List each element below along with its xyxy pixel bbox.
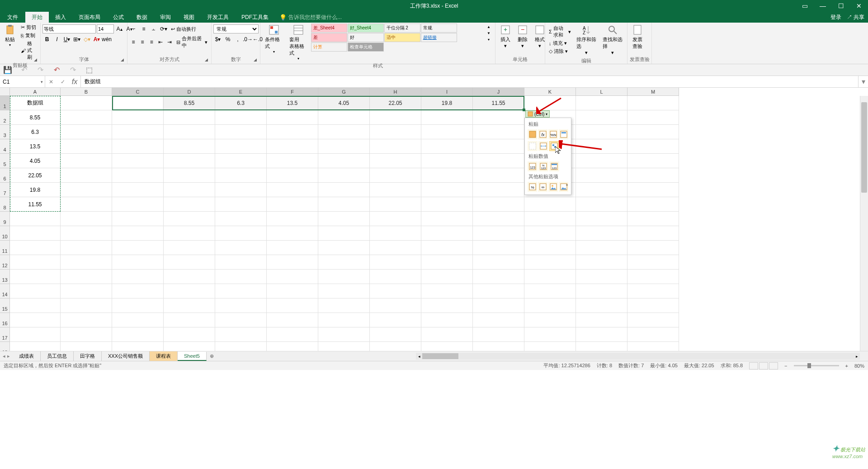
cell[interactable] bbox=[421, 342, 473, 351]
cell[interactable] bbox=[576, 197, 627, 212]
autosum-button[interactable]: Σ自动求和▾ bbox=[547, 24, 573, 39]
cell[interactable] bbox=[524, 197, 576, 212]
row-header[interactable]: 1 bbox=[0, 96, 10, 110]
cell[interactable] bbox=[473, 342, 524, 351]
cell[interactable] bbox=[370, 154, 421, 168]
cell[interactable] bbox=[421, 197, 473, 212]
style-thousand[interactable]: 千位分隔 2 bbox=[384, 24, 420, 33]
align-left-icon[interactable]: ≡ bbox=[129, 38, 137, 47]
paste-formulas-icon[interactable]: fx bbox=[538, 129, 547, 139]
cell[interactable] bbox=[473, 313, 524, 327]
delete-cells-button[interactable]: −删除▾ bbox=[514, 24, 531, 50]
increase-indent-icon[interactable]: ⇥ bbox=[165, 38, 174, 47]
column-header[interactable]: H bbox=[370, 88, 421, 96]
add-sheet-button[interactable]: ⊕ bbox=[207, 353, 217, 359]
cell[interactable] bbox=[421, 125, 473, 139]
cell[interactable] bbox=[164, 183, 215, 197]
cell[interactable] bbox=[318, 168, 370, 183]
cell[interactable]: 19.8 bbox=[10, 183, 61, 197]
style-neutral[interactable]: 适中 bbox=[384, 33, 420, 42]
cell[interactable] bbox=[215, 197, 267, 212]
cell[interactable] bbox=[370, 226, 421, 241]
cell[interactable] bbox=[112, 342, 164, 351]
cell[interactable] bbox=[318, 270, 370, 284]
share-button[interactable]: ↗ 共享 bbox=[847, 14, 864, 21]
cell[interactable] bbox=[473, 270, 524, 284]
formula-input[interactable]: 数据组 bbox=[81, 76, 858, 87]
number-format-select[interactable]: 常规 bbox=[213, 24, 259, 33]
fx-icon[interactable]: fx bbox=[69, 78, 80, 86]
cell[interactable] bbox=[61, 313, 112, 327]
cancel-formula-icon[interactable]: ✕ bbox=[45, 79, 57, 85]
cell[interactable] bbox=[576, 212, 627, 226]
cell[interactable] bbox=[318, 183, 370, 197]
cell[interactable]: 4.05 bbox=[10, 154, 61, 168]
cell[interactable] bbox=[10, 313, 61, 327]
cell[interactable] bbox=[61, 226, 112, 241]
cell[interactable] bbox=[421, 212, 473, 226]
sheet-tab-active[interactable]: Sheet5 bbox=[178, 352, 207, 361]
cell[interactable]: 8.55 bbox=[164, 96, 215, 110]
select-all-corner[interactable] bbox=[0, 88, 10, 96]
cell[interactable] bbox=[164, 168, 215, 183]
cell[interactable]: 数据组 bbox=[10, 96, 61, 110]
cell[interactable] bbox=[421, 154, 473, 168]
cell[interactable] bbox=[318, 255, 370, 270]
cell[interactable] bbox=[473, 197, 524, 212]
cell[interactable] bbox=[215, 110, 267, 125]
cell[interactable] bbox=[524, 284, 576, 298]
invoice-check-button[interactable]: 发票 查验 bbox=[629, 24, 646, 51]
cell[interactable] bbox=[61, 298, 112, 313]
cell[interactable] bbox=[164, 125, 215, 139]
paste-transpose-icon[interactable] bbox=[549, 141, 559, 151]
cell[interactable] bbox=[267, 313, 318, 327]
column-header[interactable]: G bbox=[318, 88, 370, 96]
row-header[interactable]: 15 bbox=[0, 298, 10, 313]
paste-all-icon[interactable] bbox=[528, 129, 537, 139]
cell[interactable] bbox=[473, 298, 524, 313]
cell[interactable] bbox=[627, 168, 679, 183]
cell[interactable] bbox=[112, 226, 164, 241]
cell[interactable] bbox=[576, 110, 627, 125]
cell[interactable] bbox=[10, 241, 61, 255]
cell[interactable] bbox=[473, 241, 524, 255]
font-name-select[interactable] bbox=[42, 24, 96, 33]
login-link[interactable]: 登录 bbox=[830, 14, 841, 21]
cell[interactable] bbox=[473, 168, 524, 183]
row-header[interactable]: 10 bbox=[0, 226, 10, 241]
clipboard-dialog-launcher[interactable]: ◢ bbox=[34, 57, 39, 63]
cell[interactable] bbox=[61, 212, 112, 226]
style-normal[interactable]: 常规 bbox=[421, 24, 457, 33]
sheet-tab[interactable]: 成绩表 bbox=[13, 351, 41, 361]
cell[interactable] bbox=[370, 241, 421, 255]
cell[interactable] bbox=[61, 139, 112, 154]
cell[interactable] bbox=[10, 255, 61, 270]
cell[interactable] bbox=[10, 212, 61, 226]
row-header[interactable]: 8 bbox=[0, 197, 10, 212]
column-header[interactable]: M bbox=[627, 88, 679, 96]
cell[interactable] bbox=[267, 241, 318, 255]
cell[interactable] bbox=[421, 313, 473, 327]
cell[interactable] bbox=[370, 139, 421, 154]
cell[interactable] bbox=[473, 139, 524, 154]
sheet-tab[interactable]: XXX公司销售额 bbox=[102, 351, 150, 361]
cell[interactable]: 13.5 bbox=[10, 139, 61, 154]
cell[interactable] bbox=[421, 168, 473, 183]
cell[interactable] bbox=[164, 139, 215, 154]
cell[interactable] bbox=[524, 298, 576, 313]
cell[interactable]: 19.8 bbox=[421, 96, 473, 110]
cell[interactable] bbox=[318, 284, 370, 298]
insert-cells-button[interactable]: +插入▾ bbox=[497, 24, 514, 50]
decrease-indent-icon[interactable]: ⇤ bbox=[156, 38, 165, 47]
page-break-view-icon[interactable] bbox=[769, 362, 778, 370]
expand-formula-bar-icon[interactable]: ▾ bbox=[858, 76, 868, 87]
cell[interactable] bbox=[215, 284, 267, 298]
cell[interactable] bbox=[215, 270, 267, 284]
cell[interactable] bbox=[112, 298, 164, 313]
paste-formulas-number-icon[interactable]: %fx bbox=[548, 129, 558, 139]
cell[interactable] bbox=[627, 226, 679, 241]
paste-keep-width-icon[interactable] bbox=[538, 141, 548, 151]
align-right-icon[interactable]: ≡ bbox=[147, 38, 156, 47]
paste-picture-icon[interactable] bbox=[548, 182, 558, 192]
paste-values-number-icon[interactable]: %123 bbox=[538, 161, 548, 171]
